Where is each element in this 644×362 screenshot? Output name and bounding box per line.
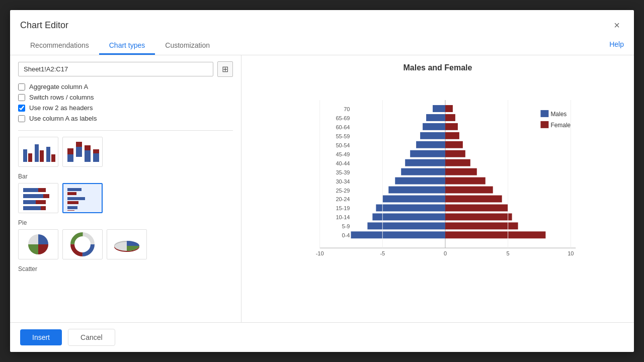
svg-rect-6 xyxy=(67,154,73,162)
svg-text:0-4: 0-4 xyxy=(342,232,350,238)
chart-type-pie-donut[interactable] xyxy=(62,229,103,259)
use-row2-label: Use row 2 as headers xyxy=(29,104,93,112)
data-range-input[interactable] xyxy=(18,62,213,76)
help-link[interactable]: Help xyxy=(609,40,624,52)
data-range-row: ⊞ xyxy=(10,55,241,83)
svg-rect-82 xyxy=(445,159,470,166)
svg-rect-88 xyxy=(445,213,512,220)
switch-rows-label: Switch rows / columns xyxy=(29,94,94,101)
svg-rect-67 xyxy=(405,159,445,166)
column-stacked-icon xyxy=(65,139,100,164)
svg-rect-38 xyxy=(540,121,548,128)
chart-type-bar-stacked[interactable] xyxy=(18,183,58,213)
svg-rect-85 xyxy=(445,187,493,194)
population-pyramid-chart: Males Female 70 65-69 60-64 55-59 50-54 … xyxy=(250,76,626,314)
divider-1 xyxy=(18,130,233,131)
pie-chart-icons xyxy=(18,229,233,259)
bar-stacked-icon xyxy=(21,186,56,211)
svg-rect-16 xyxy=(23,194,43,198)
svg-text:40-44: 40-44 xyxy=(336,160,350,166)
svg-text:0: 0 xyxy=(444,250,447,256)
svg-rect-70 xyxy=(388,187,445,194)
svg-rect-84 xyxy=(445,177,486,185)
svg-rect-64 xyxy=(420,132,445,139)
scatter-charts-section: Scatter xyxy=(10,263,241,280)
svg-text:5: 5 xyxy=(507,250,510,256)
pie-section-label: Pie xyxy=(18,219,233,226)
svg-rect-63 xyxy=(423,123,445,130)
svg-text:25-29: 25-29 xyxy=(336,188,350,194)
svg-rect-81 xyxy=(445,150,465,157)
svg-rect-8 xyxy=(76,147,82,157)
svg-text:Female: Female xyxy=(550,122,571,129)
tab-customization[interactable]: Customization xyxy=(155,37,220,55)
bar-charts-section: Bar xyxy=(10,171,241,217)
bar-section-label: Bar xyxy=(18,173,233,180)
bar-grouped-icon xyxy=(65,186,100,211)
svg-rect-71 xyxy=(382,196,445,203)
svg-text:10-14: 10-14 xyxy=(336,214,350,220)
dialog-header: Chart Editor × Recommendations Chart typ… xyxy=(10,10,634,55)
tab-chart-types[interactable]: Chart types xyxy=(99,37,155,55)
svg-rect-79 xyxy=(445,132,459,139)
svg-rect-2 xyxy=(35,144,39,162)
svg-rect-65 xyxy=(416,141,445,148)
svg-text:-5: -5 xyxy=(380,250,385,256)
svg-rect-80 xyxy=(445,141,463,148)
svg-rect-77 xyxy=(445,114,455,121)
svg-rect-4 xyxy=(46,147,50,162)
chart-type-bar-grouped[interactable] xyxy=(62,183,103,213)
checkbox-use-col-a[interactable]: Use column A as labels xyxy=(18,115,233,122)
insert-button[interactable]: Insert xyxy=(20,329,62,345)
svg-rect-14 xyxy=(23,188,38,192)
close-button[interactable]: × xyxy=(610,18,624,32)
column-chart-icons xyxy=(18,137,233,167)
svg-rect-24 xyxy=(67,197,85,200)
svg-text:5-9: 5-9 xyxy=(342,223,350,229)
svg-point-33 xyxy=(77,239,88,250)
use-row2-checkbox[interactable] xyxy=(18,105,25,112)
pie-solid-icon xyxy=(21,232,56,257)
svg-rect-10 xyxy=(85,150,91,162)
chart-type-column-grouped[interactable] xyxy=(18,137,58,167)
bar-chart-icons xyxy=(18,183,233,213)
chart-type-pie-solid[interactable] xyxy=(18,229,58,259)
svg-text:55-59: 55-59 xyxy=(336,133,350,139)
svg-rect-68 xyxy=(401,168,445,175)
svg-rect-17 xyxy=(43,194,49,198)
tabs-container: Recommendations Chart types Customizatio… xyxy=(20,37,220,55)
svg-rect-13 xyxy=(93,149,99,153)
cancel-button[interactable]: Cancel xyxy=(68,329,115,346)
left-panel: ⊞ Aggregate column A Switch rows / colum… xyxy=(10,55,242,322)
chart-preview-title: Males and Female xyxy=(404,63,472,72)
dialog-title: Chart Editor xyxy=(20,20,68,31)
svg-rect-25 xyxy=(67,201,78,204)
svg-rect-89 xyxy=(445,222,518,229)
chart-type-pie-3d[interactable] xyxy=(107,229,147,259)
svg-text:10: 10 xyxy=(568,250,574,256)
use-col-a-checkbox[interactable] xyxy=(18,115,25,122)
aggregate-checkbox[interactable] xyxy=(18,83,25,90)
svg-rect-27 xyxy=(67,210,74,211)
tab-recommendations[interactable]: Recommendations xyxy=(20,37,99,55)
switch-rows-checkbox[interactable] xyxy=(18,94,25,101)
checkbox-aggregate[interactable]: Aggregate column A xyxy=(18,83,233,90)
svg-rect-5 xyxy=(51,154,55,162)
grid-icon-button[interactable]: ⊞ xyxy=(217,61,233,77)
svg-rect-9 xyxy=(76,142,82,147)
svg-rect-62 xyxy=(426,114,445,121)
svg-text:15-19: 15-19 xyxy=(336,205,350,211)
chart-type-column-stacked[interactable] xyxy=(62,137,103,167)
svg-rect-3 xyxy=(40,150,44,162)
svg-rect-69 xyxy=(395,177,445,185)
pie-donut-icon xyxy=(65,232,100,257)
svg-rect-36 xyxy=(540,110,548,117)
checkbox-use-row2[interactable]: Use row 2 as headers xyxy=(18,104,233,112)
svg-rect-61 xyxy=(433,105,445,112)
svg-rect-72 xyxy=(376,204,445,211)
svg-rect-66 xyxy=(410,150,445,157)
svg-text:30-34: 30-34 xyxy=(336,178,350,185)
checkbox-switch-rows[interactable]: Switch rows / columns xyxy=(18,94,233,101)
svg-rect-19 xyxy=(36,200,46,204)
chart-preview-area: Males Female 70 65-69 60-64 55-59 50-54 … xyxy=(250,76,626,314)
